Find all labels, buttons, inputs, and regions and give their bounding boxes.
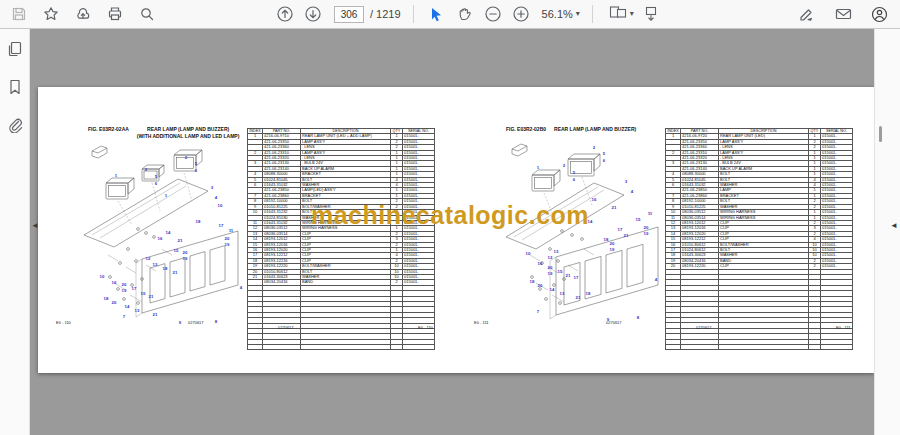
figure-header: FIG. E03R2-02B0 REAR LAMP (LAMP AND BUZZ…	[506, 126, 636, 133]
page-display-dropdown[interactable]: ▾	[609, 4, 634, 24]
scroll-mode-icon	[643, 6, 659, 22]
profile-button[interactable]	[868, 3, 890, 25]
svg-text:8: 8	[215, 319, 218, 324]
page-thumbnails-icon	[7, 41, 23, 61]
hand-tool-button[interactable]	[454, 3, 476, 25]
svg-text:19: 19	[122, 288, 127, 293]
zoom-in-button[interactable]	[510, 3, 532, 25]
svg-text:21: 21	[612, 205, 617, 210]
zoom-level-value: 56.1%	[542, 8, 573, 20]
svg-text:17: 17	[219, 223, 224, 228]
svg-text:2: 2	[563, 163, 566, 168]
svg-text:15: 15	[558, 269, 563, 274]
select-cursor-icon	[429, 7, 444, 22]
svg-text:1: 1	[537, 165, 540, 170]
save-button[interactable]	[8, 3, 30, 25]
sidebar-item-attachments[interactable]	[4, 116, 26, 138]
page-footer-left: E0 - 110	[56, 320, 71, 325]
svg-text:19: 19	[610, 247, 615, 252]
scroll-mode-button[interactable]	[640, 3, 662, 25]
bookmarks-icon	[7, 79, 23, 99]
svg-text:8: 8	[637, 315, 640, 320]
fill-sign-button[interactable]	[796, 3, 818, 25]
print-button[interactable]	[104, 3, 126, 25]
next-page-button[interactable]	[302, 3, 324, 25]
svg-text:5: 5	[155, 174, 158, 179]
svg-text:20: 20	[548, 265, 553, 270]
collapse-right-panel-arrow[interactable]: ◄	[890, 222, 898, 230]
exploded-parts-diagram: 2562561134101817111416212019152019121318…	[80, 137, 250, 327]
svg-text:4: 4	[655, 277, 658, 282]
select-tool-button[interactable]	[426, 3, 448, 25]
svg-text:14: 14	[125, 304, 130, 309]
scrollbar-track[interactable]	[874, 28, 900, 435]
toolbar-right-group	[796, 0, 890, 28]
parts-table: INDEXPART NO.DESCRIPTIONQTYSERIAL NO.142…	[247, 128, 435, 350]
profile-icon	[871, 6, 888, 23]
svg-text:16: 16	[158, 236, 163, 241]
svg-text:4: 4	[215, 195, 218, 200]
sidebar-item-page-thumbnails[interactable]	[4, 40, 26, 62]
svg-text:18: 18	[104, 296, 109, 301]
svg-text:20: 20	[225, 236, 230, 241]
zoom-out-button[interactable]	[482, 3, 504, 25]
svg-text:10: 10	[100, 274, 105, 279]
hand-tool-icon	[457, 6, 473, 22]
star-icon	[43, 6, 59, 22]
svg-text:9: 9	[179, 320, 182, 325]
previous-page-button[interactable]	[274, 3, 296, 25]
page-footer-right: E0 - 111	[836, 325, 851, 330]
svg-text:16: 16	[538, 261, 543, 266]
toolbar-divider	[592, 5, 593, 23]
figure-number: FIG. E03R2-02B0	[506, 126, 546, 133]
page-up-icon	[276, 5, 294, 23]
svg-text:5: 5	[603, 151, 606, 156]
svg-text:15: 15	[174, 248, 179, 253]
exploded-parts-diagram: 2561256341621111514201917211820191013121…	[498, 137, 668, 327]
svg-text:12: 12	[146, 256, 151, 261]
print-icon	[107, 6, 123, 22]
svg-text:17: 17	[132, 286, 137, 291]
svg-text:16: 16	[592, 197, 597, 202]
top-toolbar: / 1219 56.1% ▾ ▾	[0, 0, 900, 29]
page-down-icon	[304, 5, 322, 23]
svg-text:6: 6	[155, 181, 158, 186]
svg-text:18: 18	[530, 279, 535, 284]
svg-text:13: 13	[153, 262, 158, 267]
share-icon	[75, 6, 91, 22]
svg-text:21: 21	[178, 238, 183, 243]
zoom-level-dropdown[interactable]: 56.1% ▾	[542, 8, 580, 20]
svg-text:20: 20	[122, 282, 127, 287]
page-number-input[interactable]	[334, 6, 364, 23]
page-footer-center: 0270617	[188, 320, 204, 325]
svg-text:1: 1	[115, 173, 118, 178]
svg-text:2: 2	[593, 145, 596, 150]
collapse-left-panel-arrow[interactable]: ◄	[31, 222, 39, 230]
svg-text:13: 13	[554, 249, 559, 254]
search-button[interactable]	[136, 3, 158, 25]
svg-text:11: 11	[648, 211, 653, 216]
svg-text:21: 21	[576, 295, 581, 300]
scrollbar-thumb[interactable]	[879, 126, 882, 142]
svg-text:20: 20	[112, 300, 117, 305]
svg-text:13: 13	[135, 308, 140, 313]
svg-text:16: 16	[112, 280, 117, 285]
svg-text:3: 3	[625, 179, 628, 184]
svg-text:21: 21	[153, 312, 158, 317]
star-button[interactable]	[40, 3, 62, 25]
svg-text:11: 11	[229, 228, 234, 233]
share-button[interactable]	[72, 3, 94, 25]
fill-sign-icon	[799, 6, 815, 22]
svg-text:14: 14	[166, 230, 171, 235]
svg-text:15: 15	[636, 217, 641, 222]
svg-text:20: 20	[183, 250, 188, 255]
sidebar-item-bookmarks[interactable]	[4, 78, 26, 100]
parts-table: INDEXPART NO.DESCRIPTIONQTYSERIAL NO.142…	[665, 128, 853, 350]
mail-button[interactable]	[832, 3, 854, 25]
page-fit-icon	[609, 4, 627, 24]
svg-text:21: 21	[149, 294, 154, 299]
toolbar-left-group	[8, 0, 158, 28]
catalog-page-right: FIG. E03R2-02B0 REAR LAMP (LAMP AND BUZZ…	[456, 87, 874, 373]
svg-text:4: 4	[631, 189, 634, 194]
toolbar-center-group: / 1219 56.1% ▾ ▾	[274, 0, 662, 28]
